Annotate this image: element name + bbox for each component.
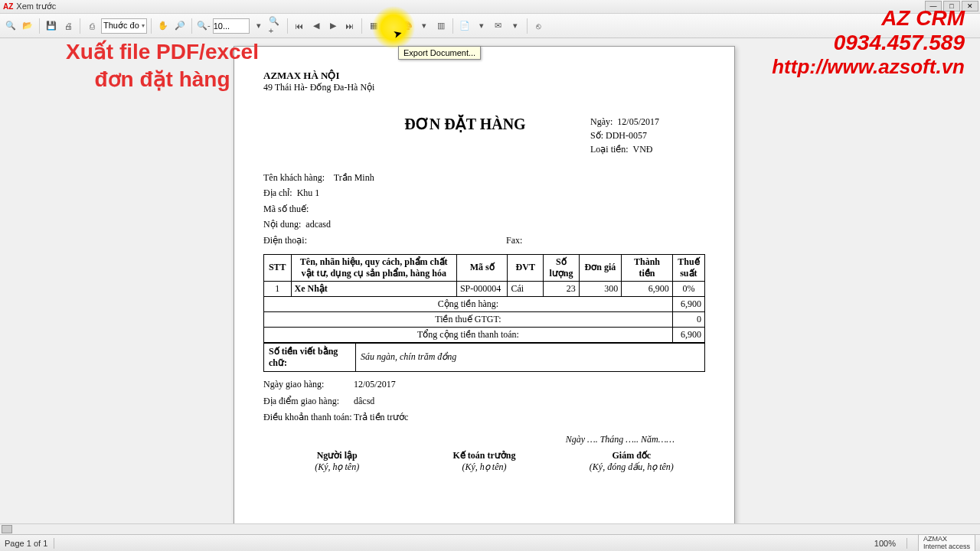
company-name: AZMAX HÀ NỘI bbox=[263, 70, 705, 82]
app-logo: AZ bbox=[3, 2, 13, 11]
search-icon[interactable]: 🔍 bbox=[3, 18, 18, 34]
export-tooltip: Export Document... bbox=[398, 46, 481, 60]
signature-date: Ngày …. Tháng ….. Năm…… bbox=[263, 434, 705, 445]
zoomin-icon[interactable]: 🔍+ bbox=[268, 18, 283, 34]
open-icon[interactable]: 📂 bbox=[20, 18, 35, 34]
table-row: 1 Xe Nhật SP-000004 Cái 23 300 6,900 0% bbox=[264, 281, 705, 296]
multipage-dropdown-icon[interactable]: ▾ bbox=[383, 18, 398, 34]
footer-info: Ngày giao hàng:12/05/2017 Địa điểm giao … bbox=[263, 377, 705, 426]
scale-dropdown[interactable]: Thuớc đo bbox=[101, 18, 147, 34]
export-dropdown-icon[interactable]: ▾ bbox=[474, 18, 489, 34]
print-icon[interactable]: 🖨 bbox=[60, 18, 76, 34]
amount-in-words: Số tiền viết bằng chữ:Sáu ngàn, chín tră… bbox=[263, 343, 705, 372]
document-meta: Ngày: 12/05/2017 Số: DDH-0057 Loại tiền:… bbox=[590, 115, 705, 156]
minimize-button[interactable]: — bbox=[925, 1, 942, 11]
last-page-icon[interactable]: ⏭ bbox=[342, 18, 358, 34]
quickprint-icon[interactable]: ⎙ bbox=[84, 18, 100, 34]
horizontal-scrollbar[interactable] bbox=[0, 523, 980, 534]
zoom-indicator: 100% bbox=[874, 539, 896, 548]
customer-info: Tên khách hàng: Trần Minh Địa chỉ: Khu 1… bbox=[263, 170, 705, 248]
email-icon[interactable]: ✉ bbox=[491, 18, 506, 34]
maximize-button[interactable]: □ bbox=[943, 1, 960, 11]
color-icon[interactable]: 🎨 bbox=[400, 18, 415, 34]
exit-icon[interactable]: ⎋ bbox=[531, 18, 547, 34]
title-bar: AZ Xem trước — □ ✕ bbox=[0, 0, 980, 14]
order-table: STT Tên, nhãn hiệu, quy cách, phẩm chất … bbox=[263, 254, 705, 343]
preview-viewport: AZMAX HÀ NỘI 49 Thái Hà- Đống Đa-Hà Nội … bbox=[0, 38, 980, 534]
save-icon[interactable]: 💾 bbox=[44, 18, 59, 34]
first-page-icon[interactable]: ⏮ bbox=[292, 18, 307, 34]
prev-page-icon[interactable]: ◀ bbox=[309, 18, 324, 34]
color-dropdown-icon[interactable]: ▾ bbox=[416, 18, 432, 34]
zoom-dropdown-icon[interactable]: ▾ bbox=[251, 18, 266, 34]
window-title: Xem trước bbox=[16, 2, 56, 11]
document-title: ĐƠN ĐẶT HÀNG bbox=[340, 115, 590, 156]
document-page: AZMAX HÀ NỘI 49 Thái Hà- Đống Đa-Hà Nội … bbox=[234, 46, 735, 534]
toolbar: 🔍 📂 💾 🖨 ⎙ Thuớc đo ✋ 🔎 🔍- ▾ 🔍+ ⏮ ◀ ▶ ⏭ ▦… bbox=[0, 14, 980, 38]
zoom-combo[interactable] bbox=[213, 18, 250, 34]
company-address: 49 Thái Hà- Đống Đa-Hà Nội bbox=[263, 82, 705, 93]
zoomout-icon[interactable]: 🔍- bbox=[196, 18, 211, 34]
hand-icon[interactable]: ✋ bbox=[155, 18, 171, 34]
magnifier-icon[interactable]: 🔎 bbox=[172, 18, 188, 34]
email-dropdown-icon[interactable]: ▾ bbox=[508, 18, 523, 34]
page-indicator: Page 1 of 1 bbox=[5, 539, 47, 548]
next-page-icon[interactable]: ▶ bbox=[325, 18, 341, 34]
watermark-icon[interactable]: ▥ bbox=[433, 18, 449, 34]
status-bar: Page 1 of 1 100% AZMAX Internet access bbox=[0, 534, 980, 551]
status-box: AZMAX Internet access bbox=[918, 534, 975, 551]
multipage-icon[interactable]: ▦ bbox=[366, 18, 381, 34]
export-icon[interactable]: 📄 bbox=[457, 18, 472, 34]
signature-row: Người lập(Ký, họ tên) Kế toán trưởng(Ký,… bbox=[263, 450, 705, 473]
close-button[interactable]: ✕ bbox=[962, 1, 978, 11]
